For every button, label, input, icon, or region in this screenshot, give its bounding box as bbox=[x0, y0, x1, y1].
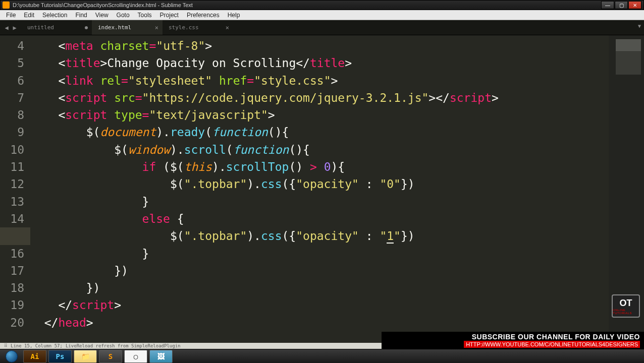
start-button[interactable] bbox=[2, 350, 21, 363]
badge-subtitle: ONLINE TUTORIALS bbox=[613, 309, 639, 315]
line-number: 12 bbox=[0, 175, 30, 193]
code-line[interactable]: </head> bbox=[30, 314, 609, 331]
line-number: 18 bbox=[0, 279, 30, 296]
menu-goto[interactable]: Goto bbox=[113, 11, 134, 20]
text-cursor: 1 bbox=[387, 229, 394, 244]
gutter: 4567891011121314151617181920 bbox=[0, 35, 30, 343]
code-line[interactable]: <script type="text/javascript"> bbox=[30, 106, 609, 124]
menu-bar: File Edit Selection Find View Goto Tools… bbox=[0, 10, 644, 20]
banner-line1: SUBSCRIBE OUR CHANNEL FOR DAILY VIDEO bbox=[472, 333, 640, 341]
line-number: 17 bbox=[0, 262, 30, 279]
tab-close-icon[interactable]: × bbox=[155, 24, 158, 31]
code-line[interactable]: } bbox=[30, 193, 609, 210]
video-overlay: OT ONLINE TUTORIALS SUBSCRIBE OUR CHANNE… bbox=[382, 332, 644, 349]
taskbar-explorer[interactable]: 📁 bbox=[74, 350, 97, 363]
dirty-indicator-icon bbox=[85, 26, 88, 29]
taskbar-illustrator[interactable]: Ai bbox=[23, 350, 46, 363]
menu-find[interactable]: Find bbox=[71, 11, 91, 20]
code-line[interactable]: </script> bbox=[30, 296, 609, 314]
menu-tools[interactable]: Tools bbox=[134, 11, 156, 20]
window-title: D:\youtube Tutorials\ChangeOpacityonScro… bbox=[13, 2, 601, 8]
code-area[interactable]: <meta charset="utf-8"> <title>Change Opa… bbox=[30, 35, 609, 343]
line-number: 9 bbox=[0, 124, 30, 141]
line-number: 11 bbox=[0, 158, 30, 175]
status-selection[interactable]: Line 15, Column 57; bbox=[11, 343, 63, 348]
tab-bar: ◀ ▶ untitled index.html × style.css × ▼ bbox=[0, 20, 644, 35]
line-number: 19 bbox=[0, 296, 30, 314]
tab-index-html[interactable]: index.html × bbox=[92, 20, 163, 35]
menu-project[interactable]: Project bbox=[156, 11, 183, 20]
minimize-button[interactable]: — bbox=[601, 1, 614, 9]
menu-selection[interactable]: Selection bbox=[38, 11, 71, 20]
tab-label: untitled bbox=[27, 24, 54, 31]
line-number: 8 bbox=[0, 106, 30, 124]
windows-orb-icon bbox=[6, 350, 18, 362]
status-grip-icon: ⠿ bbox=[4, 343, 8, 348]
tab-overflow-icon[interactable]: ▼ bbox=[638, 23, 641, 29]
line-number: 7 bbox=[0, 89, 30, 106]
window-controls: — ▢ ✕ bbox=[601, 1, 641, 9]
code-line[interactable]: } bbox=[30, 245, 609, 262]
banner-line2: HTTP://WWW.YOUTUBE.COM/C/ONLINETUTORIALS… bbox=[464, 341, 640, 348]
code-line[interactable]: <meta charset="utf-8"> bbox=[30, 37, 609, 54]
code-line[interactable]: <title>Change Opacity on Scrolling</titl… bbox=[30, 54, 609, 72]
line-number: 16 bbox=[0, 245, 30, 262]
line-number: 13 bbox=[0, 193, 30, 210]
tab-style-css[interactable]: style.css × bbox=[163, 20, 233, 35]
history-nav: ◀ ▶ bbox=[0, 20, 21, 35]
maximize-button[interactable]: ▢ bbox=[615, 1, 628, 9]
code-line[interactable]: if ($(this).scrollTop() > 0){ bbox=[30, 158, 609, 175]
code-line[interactable]: <script src="https://code.jquery.com/jqu… bbox=[30, 89, 609, 106]
taskbar-sublime[interactable]: S bbox=[99, 350, 122, 363]
line-number: 4 bbox=[0, 37, 30, 54]
windows-taskbar: Ai Ps 📁 S ◯ 🖼 bbox=[0, 349, 644, 363]
line-number: 6 bbox=[0, 72, 30, 89]
taskbar-chrome[interactable]: ◯ bbox=[124, 350, 147, 363]
line-number: 10 bbox=[0, 141, 30, 158]
tab-label: style.css bbox=[169, 24, 199, 31]
badge-initials: OT bbox=[620, 298, 632, 309]
app-icon bbox=[3, 2, 10, 9]
tab-label: index.html bbox=[98, 24, 131, 31]
channel-badge: OT ONLINE TUTORIALS bbox=[612, 294, 640, 318]
code-line[interactable]: $(".topbar").css({"opacity" : "0"}) bbox=[30, 175, 609, 193]
code-line[interactable]: $(".topbar").css({"opacity" : "1"}) bbox=[30, 227, 609, 245]
line-number: 20 bbox=[0, 314, 30, 331]
menu-file[interactable]: File bbox=[2, 11, 20, 20]
history-forward-icon[interactable]: ▶ bbox=[11, 24, 18, 31]
subscribe-banner: SUBSCRIBE OUR CHANNEL FOR DAILY VIDEO HT… bbox=[382, 332, 644, 349]
editor: 4567891011121314151617181920 <meta chars… bbox=[0, 35, 644, 343]
status-plugin: LiveReload refresh from SimpleReloadPlug… bbox=[66, 343, 181, 348]
tab-close-icon[interactable]: × bbox=[226, 24, 229, 31]
code-line[interactable]: else { bbox=[30, 210, 609, 227]
menu-view[interactable]: View bbox=[91, 11, 113, 20]
history-back-icon[interactable]: ◀ bbox=[3, 24, 10, 31]
code-line[interactable]: <link rel="stylesheet" href="style.css"> bbox=[30, 72, 609, 89]
code-line[interactable]: }) bbox=[30, 262, 609, 279]
close-button[interactable]: ✕ bbox=[628, 1, 641, 9]
code-line[interactable]: $(window).scroll(function(){ bbox=[30, 141, 609, 158]
menu-edit[interactable]: Edit bbox=[20, 11, 38, 20]
taskbar-photoshop[interactable]: Ps bbox=[48, 350, 72, 363]
line-number: 14 bbox=[0, 210, 30, 227]
window-titlebar: D:\youtube Tutorials\ChangeOpacityonScro… bbox=[0, 0, 644, 10]
tab-untitled[interactable]: untitled bbox=[21, 20, 92, 35]
line-number: 5 bbox=[0, 54, 30, 72]
taskbar-pictures[interactable]: 🖼 bbox=[149, 350, 173, 363]
code-line[interactable]: }) bbox=[30, 279, 609, 296]
menu-help[interactable]: Help bbox=[224, 11, 244, 20]
minimap-viewport[interactable] bbox=[616, 39, 641, 75]
menu-preferences[interactable]: Preferences bbox=[183, 11, 224, 20]
code-line[interactable]: $(document).ready(function(){ bbox=[30, 124, 609, 141]
